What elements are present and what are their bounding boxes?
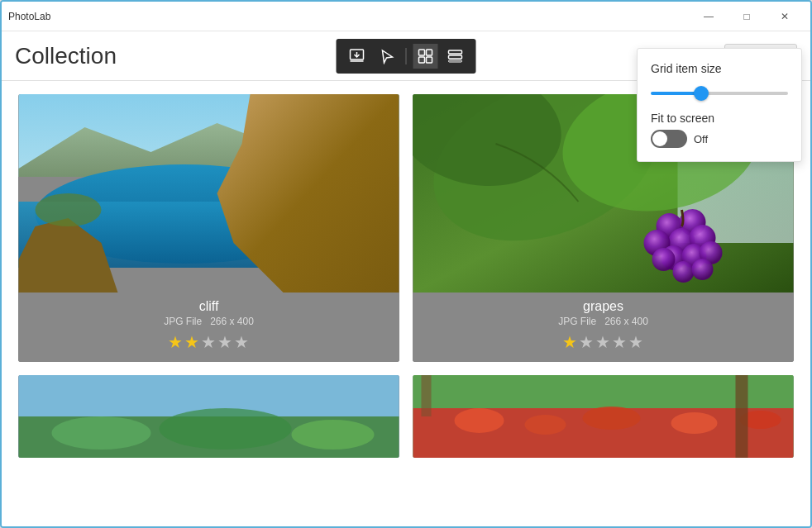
grid-item-partial-left[interactable] xyxy=(18,375,399,458)
window-controls: — □ ✕ xyxy=(690,2,804,31)
svg-point-30 xyxy=(673,261,695,283)
svg-point-44 xyxy=(671,412,718,434)
grid-size-slider-container xyxy=(651,83,788,98)
cursor-icon xyxy=(379,48,395,64)
svg-point-37 xyxy=(292,420,375,450)
grid-item-cliff[interactable]: cliff JPG File 266 x 400 ★★★★★ xyxy=(18,94,399,362)
cliff-image xyxy=(18,94,399,293)
partial-right-photo xyxy=(413,375,794,458)
cliff-meta: JPG File 266 x 400 xyxy=(25,316,393,327)
svg-point-42 xyxy=(525,415,566,435)
grid-size-slider[interactable] xyxy=(651,92,788,95)
svg-rect-47 xyxy=(422,375,432,416)
app-window: PhotoLab — □ ✕ Collection xyxy=(0,0,812,528)
title-bar: PhotoLab — □ ✕ xyxy=(2,2,810,31)
fit-to-screen-toggle-row: Off xyxy=(651,130,788,148)
select-icon-button[interactable] xyxy=(375,44,399,69)
svg-rect-7 xyxy=(449,60,462,62)
list-icon xyxy=(447,48,464,64)
view-mode-bar xyxy=(337,39,476,74)
toolbar-center xyxy=(337,39,476,74)
svg-point-43 xyxy=(583,407,641,430)
zoom-panel: Grid item size Fit to screen Off xyxy=(637,48,802,162)
svg-rect-1 xyxy=(419,50,425,55)
svg-point-28 xyxy=(652,248,676,271)
grid-item-partial-right[interactable] xyxy=(413,375,794,458)
svg-rect-5 xyxy=(449,50,462,54)
svg-point-31 xyxy=(692,259,714,280)
photo-grid-bottom xyxy=(18,375,794,458)
grapes-rating[interactable]: ★★★★★ xyxy=(419,332,787,352)
grapes-info: grapes JPG File 266 x 400 ★★★★★ xyxy=(413,293,794,362)
svg-rect-3 xyxy=(419,57,425,63)
svg-rect-46 xyxy=(736,375,748,458)
grid-view-button[interactable] xyxy=(413,44,438,69)
svg-rect-4 xyxy=(427,57,432,63)
list-view-button[interactable] xyxy=(443,44,468,69)
grid-icon xyxy=(418,48,434,64)
svg-rect-2 xyxy=(427,50,432,55)
maximize-button[interactable]: □ xyxy=(728,2,766,31)
toggle-thumb xyxy=(652,131,667,146)
fit-to-screen-label: Fit to screen xyxy=(651,112,788,125)
svg-point-15 xyxy=(36,193,102,226)
svg-point-41 xyxy=(455,408,504,433)
cliff-info: cliff JPG File 266 x 400 ★★★★★ xyxy=(18,293,399,362)
minimize-button[interactable]: — xyxy=(690,2,728,31)
grapes-title: grapes xyxy=(419,299,787,314)
fit-to-screen-toggle[interactable] xyxy=(651,130,687,148)
svg-point-35 xyxy=(52,416,151,450)
cliff-rating[interactable]: ★★★★★ xyxy=(25,332,393,352)
close-button[interactable]: ✕ xyxy=(766,2,804,31)
toolbar-divider xyxy=(406,48,407,64)
cliff-title: cliff xyxy=(25,299,393,314)
import-icon-button[interactable] xyxy=(345,44,370,69)
grapes-meta: JPG File 266 x 400 xyxy=(419,316,787,327)
toggle-state-label: Off xyxy=(694,133,708,145)
svg-point-36 xyxy=(160,408,292,450)
import-icon xyxy=(349,48,365,64)
svg-rect-6 xyxy=(449,55,462,59)
partial-left-photo xyxy=(18,375,399,458)
cliff-photo xyxy=(18,94,399,293)
grid-size-label: Grid item size xyxy=(651,62,788,75)
app-name: PhotoLab xyxy=(8,11,690,22)
